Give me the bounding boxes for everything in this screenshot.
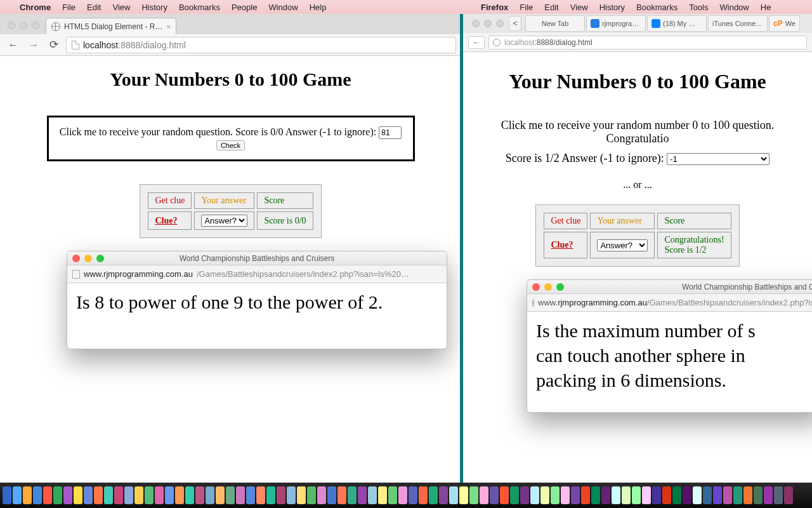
question-text-line1[interactable]: Click me to receive your random number 0… (473, 119, 802, 145)
dock-app-icon[interactable] (246, 486, 255, 504)
dock-app-icon[interactable] (419, 486, 428, 504)
answer-select[interactable]: -1 (667, 153, 769, 165)
dock-app-icon[interactable] (348, 486, 357, 504)
minimize-icon[interactable] (20, 22, 27, 29)
dock-app-icon[interactable] (652, 486, 661, 504)
dock-app-icon[interactable] (632, 486, 641, 504)
dock-app-icon[interactable] (612, 486, 620, 504)
dock-app-icon[interactable] (490, 486, 499, 504)
dock-app-icon[interactable] (693, 486, 702, 504)
dock-app-icon[interactable] (337, 486, 346, 504)
dock-app-icon[interactable] (561, 486, 570, 504)
zoom-icon[interactable] (32, 22, 39, 29)
url-input[interactable]: localhost:8888/dialog.html (488, 36, 807, 50)
menu-file[interactable]: File (56, 3, 81, 12)
question-box[interactable]: Click me to receive your random question… (47, 116, 415, 161)
menu-help[interactable]: He (755, 3, 777, 12)
close-icon[interactable] (8, 22, 15, 29)
dock-app-icon[interactable] (206, 486, 214, 504)
dock-app-icon[interactable] (500, 486, 509, 504)
dock-app-icon[interactable] (672, 486, 681, 504)
dock-app-icon[interactable] (510, 486, 519, 504)
popup-url-bar[interactable]: www.rjmprogramming.com.au/Games/Battlesh… (67, 265, 447, 283)
dock-app-icon[interactable] (764, 486, 773, 504)
tab-close-icon[interactable]: × (166, 23, 170, 30)
back-button[interactable]: ← (468, 36, 485, 49)
dock-app-icon[interactable] (104, 486, 113, 504)
dock-app-icon[interactable] (307, 486, 316, 504)
dock-app-icon[interactable] (439, 486, 448, 504)
menu-window[interactable]: Window (714, 3, 755, 12)
menu-edit[interactable]: Edit (81, 3, 107, 12)
menubar-app[interactable]: Chrome (14, 3, 56, 12)
dock-app-icon[interactable] (74, 486, 82, 504)
dock-app-icon[interactable] (622, 486, 631, 504)
dock-app-icon[interactable] (317, 486, 326, 504)
zoom-icon[interactable] (496, 20, 504, 27)
dock-app-icon[interactable] (13, 486, 22, 504)
back-button[interactable]: < (509, 16, 521, 31)
dock-app-icon[interactable] (114, 486, 123, 504)
menu-tools[interactable]: Tools (683, 3, 714, 12)
dock-app-icon[interactable] (175, 486, 184, 504)
dock-app-icon[interactable] (84, 486, 93, 504)
menu-history[interactable]: History (594, 3, 631, 12)
browser-tab[interactable]: (18) My … (647, 15, 707, 32)
dock-app-icon[interactable] (155, 486, 164, 504)
dock-app-icon[interactable] (266, 486, 275, 504)
dock-app-icon[interactable] (53, 486, 62, 504)
dock-app-icon[interactable] (703, 486, 712, 504)
dock-app-icon[interactable] (398, 486, 407, 504)
dock-app-icon[interactable] (256, 486, 265, 504)
menu-history[interactable]: History (136, 3, 173, 12)
dock-app-icon[interactable] (297, 486, 306, 504)
dock-app-icon[interactable] (134, 486, 143, 504)
dock-app-icon[interactable] (236, 486, 245, 504)
browser-tab[interactable]: rjmprogra… (586, 15, 646, 32)
dock-app-icon[interactable] (358, 486, 367, 504)
clue-link[interactable]: Clue? (148, 211, 192, 230)
dock-app-icon[interactable] (94, 486, 103, 504)
menu-people[interactable]: People (226, 3, 263, 12)
menu-bookmarks[interactable]: Bookmarks (173, 3, 226, 12)
menu-window[interactable]: Window (263, 3, 303, 12)
dock-app-icon[interactable] (530, 486, 539, 504)
dock-app-icon[interactable] (723, 486, 732, 504)
url-input[interactable]: localhost:8888/dialog.html (66, 37, 456, 53)
answer-select[interactable]: Answer? (597, 239, 648, 251)
dock-app-icon[interactable] (216, 486, 225, 504)
back-button[interactable]: ← (5, 37, 22, 53)
mac-dock[interactable] (0, 483, 812, 508)
dock-app-icon[interactable] (591, 486, 600, 504)
dock-app-icon[interactable] (145, 486, 154, 504)
dock-app-icon[interactable] (33, 486, 42, 504)
dock-app-icon[interactable] (226, 486, 235, 504)
reload-button[interactable]: ⟳ (46, 37, 62, 53)
dock-app-icon[interactable] (774, 486, 783, 504)
dock-app-icon[interactable] (449, 486, 458, 504)
dock-app-icon[interactable] (642, 486, 651, 504)
dock-app-icon[interactable] (195, 486, 204, 504)
menu-file[interactable]: File (514, 3, 539, 12)
dock-app-icon[interactable] (743, 486, 752, 504)
dock-app-icon[interactable] (713, 486, 722, 504)
dock-app-icon[interactable] (551, 486, 560, 504)
dock-app-icon[interactable] (662, 486, 671, 504)
menu-view[interactable]: View (107, 3, 136, 12)
forward-button[interactable]: → (25, 37, 42, 53)
clue-link[interactable]: Clue? (544, 232, 587, 258)
browser-tab[interactable]: cPWe (769, 15, 800, 32)
close-icon[interactable] (472, 20, 480, 27)
dock-app-icon[interactable] (784, 486, 793, 504)
dock-app-icon[interactable] (368, 486, 377, 504)
dock-app-icon[interactable] (287, 486, 296, 504)
dock-app-icon[interactable] (124, 486, 133, 504)
dock-app-icon[interactable] (63, 486, 72, 504)
dock-app-icon[interactable] (185, 486, 194, 504)
dock-app-icon[interactable] (409, 486, 417, 504)
popup-titlebar[interactable]: World Championship Battleships and Crui (527, 280, 812, 294)
dock-app-icon[interactable] (459, 486, 468, 504)
popup-url-bar[interactable]: www.rjmprogramming.com.au/Games/Battlesh… (527, 294, 812, 312)
dock-app-icon[interactable] (3, 486, 11, 504)
dock-app-icon[interactable] (165, 486, 174, 504)
